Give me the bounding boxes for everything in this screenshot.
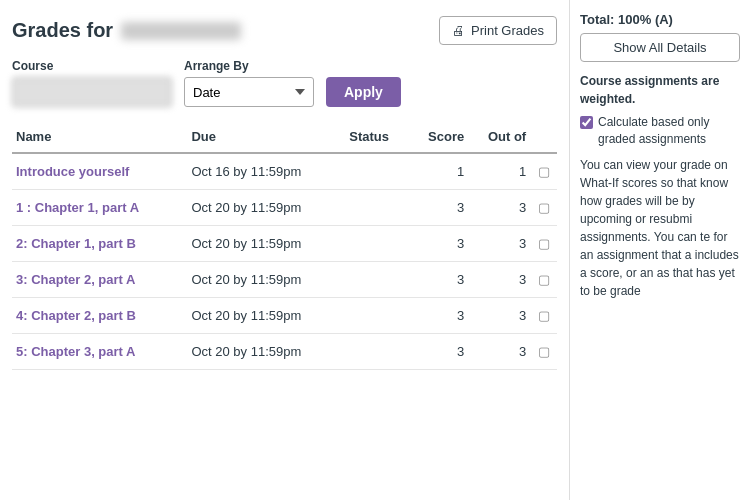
cell-score: 3 xyxy=(409,190,468,226)
arrange-filter-group: Arrange By Date Name Status Module xyxy=(184,59,314,107)
cell-name[interactable]: 4: Chapter 2, part B xyxy=(12,298,187,334)
col-header-score: Score xyxy=(409,123,468,153)
cell-icon[interactable]: ▢ xyxy=(530,190,557,226)
col-header-due: Due xyxy=(187,123,345,153)
student-name-blur xyxy=(121,22,241,40)
grades-header: Grades for 🖨 Print Grades xyxy=(12,16,557,45)
assignment-link[interactable]: 3: Chapter 2, part A xyxy=(16,272,135,287)
cell-score: 3 xyxy=(409,226,468,262)
edit-score-icon[interactable]: ▢ xyxy=(538,344,550,359)
cell-icon[interactable]: ▢ xyxy=(530,153,557,190)
cell-status xyxy=(345,153,409,190)
filter-row: Course Arrange By Date Name Status Modul… xyxy=(12,59,557,107)
cell-due: Oct 20 by 11:59pm xyxy=(187,226,345,262)
printer-icon: 🖨 xyxy=(452,23,465,38)
edit-score-icon[interactable]: ▢ xyxy=(538,200,550,215)
table-row: 5: Chapter 3, part A Oct 20 by 11:59pm 3… xyxy=(12,334,557,370)
calculate-checkbox[interactable] xyxy=(580,116,593,129)
show-all-details-button[interactable]: Show All Details xyxy=(580,33,740,62)
cell-name[interactable]: 2: Chapter 1, part B xyxy=(12,226,187,262)
col-header-status: Status xyxy=(345,123,409,153)
print-grades-button[interactable]: 🖨 Print Grades xyxy=(439,16,557,45)
edit-score-icon[interactable]: ▢ xyxy=(538,308,550,323)
cell-icon[interactable]: ▢ xyxy=(530,298,557,334)
total-label: Total: 100% (A) xyxy=(580,12,740,27)
cell-icon[interactable]: ▢ xyxy=(530,262,557,298)
course-filter-label: Course xyxy=(12,59,172,73)
col-header-name: Name xyxy=(12,123,187,153)
cell-outof: 3 xyxy=(468,298,530,334)
right-panel: Total: 100% (A) Show All Details Course … xyxy=(570,0,750,500)
col-header-outof: Out of xyxy=(468,123,530,153)
cell-status xyxy=(345,226,409,262)
table-row: 1 : Chapter 1, part A Oct 20 by 11:59pm … xyxy=(12,190,557,226)
cell-status xyxy=(345,190,409,226)
grades-title: Grades for xyxy=(12,19,241,42)
calculate-label: Calculate based only graded assignments xyxy=(598,114,740,148)
course-input-blur xyxy=(12,77,172,107)
weighted-text: Course assignments are weighted. xyxy=(580,72,740,108)
table-row: Introduce yourself Oct 16 by 11:59pm 1 1… xyxy=(12,153,557,190)
cell-score: 3 xyxy=(409,262,468,298)
assignment-link[interactable]: 2: Chapter 1, part B xyxy=(16,236,136,251)
cell-outof: 1 xyxy=(468,153,530,190)
cell-status xyxy=(345,298,409,334)
cell-outof: 3 xyxy=(468,262,530,298)
edit-score-icon[interactable]: ▢ xyxy=(538,236,550,251)
arrange-by-select[interactable]: Date Name Status Module xyxy=(184,77,314,107)
cell-name[interactable]: 1 : Chapter 1, part A xyxy=(12,190,187,226)
assignment-link[interactable]: 5: Chapter 3, part A xyxy=(16,344,135,359)
table-row: 4: Chapter 2, part B Oct 20 by 11:59pm 3… xyxy=(12,298,557,334)
cell-due: Oct 20 by 11:59pm xyxy=(187,262,345,298)
cell-due: Oct 20 by 11:59pm xyxy=(187,298,345,334)
table-header-row: Name Due Status Score Out of xyxy=(12,123,557,153)
grades-for-label: Grades for xyxy=(12,19,113,42)
table-row: 3: Chapter 2, part A Oct 20 by 11:59pm 3… xyxy=(12,262,557,298)
edit-score-icon[interactable]: ▢ xyxy=(538,272,550,287)
edit-score-icon[interactable]: ▢ xyxy=(538,164,550,179)
cell-due: Oct 16 by 11:59pm xyxy=(187,153,345,190)
cell-due: Oct 20 by 11:59pm xyxy=(187,190,345,226)
table-row: 2: Chapter 1, part B Oct 20 by 11:59pm 3… xyxy=(12,226,557,262)
assignment-link[interactable]: 1 : Chapter 1, part A xyxy=(16,200,139,215)
course-filter-group: Course xyxy=(12,59,172,107)
cell-score: 3 xyxy=(409,298,468,334)
left-panel: Grades for 🖨 Print Grades Course Arrange… xyxy=(0,0,570,500)
cell-name[interactable]: 5: Chapter 3, part A xyxy=(12,334,187,370)
print-grades-label: Print Grades xyxy=(471,23,544,38)
cell-score: 1 xyxy=(409,153,468,190)
col-header-action xyxy=(530,123,557,153)
arrange-filter-label: Arrange By xyxy=(184,59,314,73)
cell-outof: 3 xyxy=(468,334,530,370)
cell-outof: 3 xyxy=(468,190,530,226)
cell-score: 3 xyxy=(409,334,468,370)
grades-table: Name Due Status Score Out of Introduce y… xyxy=(12,123,557,370)
cell-status xyxy=(345,262,409,298)
info-box: Course assignments are weighted. Calcula… xyxy=(580,72,740,300)
apply-button[interactable]: Apply xyxy=(326,77,401,107)
cell-due: Oct 20 by 11:59pm xyxy=(187,334,345,370)
cell-name[interactable]: 3: Chapter 2, part A xyxy=(12,262,187,298)
checkbox-row: Calculate based only graded assignments xyxy=(580,114,740,148)
assignment-link[interactable]: 4: Chapter 2, part B xyxy=(16,308,136,323)
cell-icon[interactable]: ▢ xyxy=(530,334,557,370)
cell-status xyxy=(345,334,409,370)
cell-outof: 3 xyxy=(468,226,530,262)
assignment-link[interactable]: Introduce yourself xyxy=(16,164,129,179)
info-description: You can view your grade on What-If score… xyxy=(580,156,740,300)
cell-name[interactable]: Introduce yourself xyxy=(12,153,187,190)
cell-icon[interactable]: ▢ xyxy=(530,226,557,262)
